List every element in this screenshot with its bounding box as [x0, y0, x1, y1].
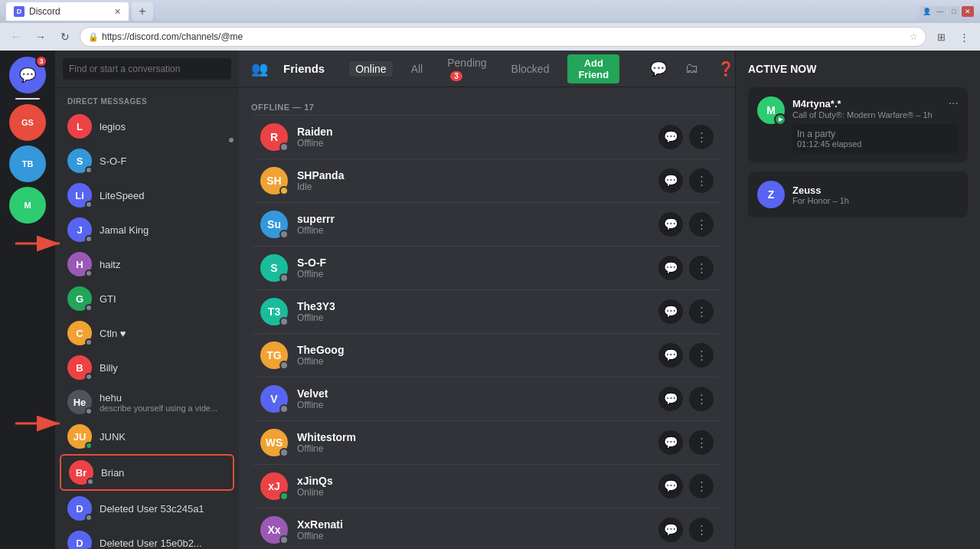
- active-party-time-m4rtyna: 01:12:45 elapsed: [797, 139, 954, 149]
- friend-name-the3y3: The3Y3: [297, 300, 658, 312]
- tab-pending[interactable]: Pending 3: [441, 55, 492, 83]
- friend-more-button-whitestorm[interactable]: ⋮: [689, 430, 714, 455]
- dm-item-info-brian: Brian: [101, 467, 225, 479]
- new-dm-icon[interactable]: 💬: [650, 60, 667, 77]
- tab-blocked[interactable]: Blocked: [505, 61, 556, 77]
- dm-avatar-legios: L: [67, 114, 92, 139]
- dm-item-deleted1[interactable]: D Deleted User 53c245a1: [60, 492, 234, 525]
- friend-message-button-whitestorm[interactable]: 💬: [658, 430, 683, 455]
- tab-close-button[interactable]: ✕: [114, 7, 121, 17]
- dm-item-deleted2[interactable]: D Deleted User 15e0b2...: [60, 526, 234, 549]
- friend-message-button-the3y3[interactable]: 💬: [658, 299, 683, 324]
- friend-item-superrr[interactable]: Su superrr Offline 💬 ⋮: [251, 202, 723, 246]
- dm-item-info-deleted2: Deleted User 15e0b2...: [100, 538, 227, 549]
- friend-message-button-xxrenati[interactable]: 💬: [658, 518, 683, 542]
- chrome-menu-icon[interactable]: ⋮: [954, 27, 974, 47]
- dm-avatar-litespeed: Li: [67, 183, 92, 208]
- browser-titlebar: D Discord ✕ + 👤 — □ ✕: [0, 0, 980, 23]
- refresh-button[interactable]: ↻: [55, 27, 75, 47]
- help-icon[interactable]: ❓: [717, 60, 734, 77]
- friend-more-button-superrr[interactable]: ⋮: [689, 212, 714, 237]
- friend-message-button-velvet[interactable]: 💬: [658, 387, 683, 411]
- ssl-lock-icon: 🔒: [88, 32, 99, 42]
- friend-avatar-wrapper-thegoog: TG: [260, 341, 288, 369]
- friend-message-button-thegoog[interactable]: 💬: [658, 343, 683, 368]
- home-server-icon[interactable]: 💬 3: [9, 57, 46, 93]
- friend-message-button-xjinqs[interactable]: 💬: [658, 474, 683, 498]
- server-icon-1[interactable]: GS: [9, 104, 46, 141]
- dm-name-billy: Billy: [100, 362, 227, 374]
- friend-message-button-superrr[interactable]: 💬: [658, 212, 683, 237]
- friend-item-shpanda[interactable]: SH SHPanda Idle 💬 ⋮: [251, 158, 723, 202]
- maximize-button[interactable]: □: [948, 6, 960, 17]
- friend-more-button-velvet[interactable]: ⋮: [689, 387, 714, 411]
- friend-item-sof[interactable]: S S-O-F Offline 💬 ⋮: [251, 246, 723, 289]
- friend-more-button-sof[interactable]: ⋮: [689, 256, 714, 280]
- dm-item-legios[interactable]: L legios: [60, 109, 234, 143]
- friend-name-whitestorm: Whitestorm: [297, 431, 658, 443]
- friend-item-the3y3[interactable]: T3 The3Y3 Offline 💬 ⋮: [251, 289, 723, 333]
- dm-item-billy[interactable]: B Billy: [60, 351, 234, 384]
- dm-item-hehu[interactable]: He hehu describe yourself using a vide..…: [60, 385, 234, 419]
- dm-item-litespeed[interactable]: Li LiteSpeed: [60, 178, 234, 212]
- dm-name-litespeed: LiteSpeed: [100, 190, 227, 201]
- friend-item-whitestorm[interactable]: WS Whitestorm Offline 💬 ⋮: [251, 420, 723, 464]
- browser-toolbar: ← → ↻ 🔒 https://discord.com/channels/@me…: [0, 23, 980, 51]
- extensions-icon[interactable]: ⊞: [931, 27, 951, 47]
- dm-item-junk[interactable]: JU JUNK: [60, 420, 234, 453]
- dm-avatar-brian: Br: [69, 460, 93, 485]
- dm-item-ctln[interactable]: C Ctln ♥: [60, 316, 234, 350]
- back-button[interactable]: ←: [6, 27, 26, 47]
- friend-info-superrr: superrr Offline: [297, 213, 658, 236]
- status-dot-jamalking: [85, 235, 93, 243]
- friend-item-thegoog[interactable]: TG TheGoog Offline 💬 ⋮: [251, 333, 723, 377]
- status-dot-ctln: [85, 338, 93, 346]
- discord-app: 💬 3 GS TB M: [0, 51, 980, 549]
- dm-item-gti[interactable]: G GTI: [60, 282, 234, 315]
- close-button[interactable]: ✕: [962, 6, 974, 17]
- friend-more-button-thegoog[interactable]: ⋮: [689, 343, 714, 368]
- friend-info-whitestorm: Whitestorm Offline: [297, 431, 658, 454]
- bookmark-star-icon[interactable]: ☆: [910, 31, 918, 42]
- tab-all[interactable]: All: [405, 61, 430, 77]
- active-party-info-m4rtyna: In a party: [797, 129, 954, 139]
- active-game-name-m4rtyna: Call of Duty®: Modern Warfare® – 1h: [792, 110, 959, 119]
- friend-avatar-wrapper-superrr: Su: [260, 211, 288, 238]
- dm-item-brian[interactable]: Br Brian: [60, 454, 234, 491]
- tab-online[interactable]: Online: [349, 61, 392, 77]
- friend-item-xjinqs[interactable]: xJ xJinQs Online 💬 ⋮: [251, 464, 723, 508]
- friend-more-button-xjinqs[interactable]: ⋮: [689, 474, 714, 498]
- friend-more-button-shpanda[interactable]: ⋮: [689, 168, 714, 193]
- friend-name-xjinqs: xJinQs: [297, 475, 658, 487]
- browser-tab[interactable]: D Discord ✕: [6, 2, 129, 21]
- status-dot-hehu: [85, 407, 93, 415]
- dm-search-input[interactable]: [63, 58, 231, 80]
- dm-item-jamalking[interactable]: J Jamal King: [60, 213, 234, 247]
- friend-item-xxrenati[interactable]: Xx XxRenati Offline 💬 ⋮: [251, 508, 723, 549]
- friend-status-dot-xxrenati: [279, 535, 289, 544]
- dm-avatar-ctln: C: [67, 321, 92, 345]
- server-icon-2[interactable]: TB: [9, 145, 46, 182]
- dm-item-haitz[interactable]: H haitz: [60, 247, 234, 281]
- dm-item-info-haitz: haitz: [100, 259, 227, 270]
- friend-actions-thegoog: 💬 ⋮: [658, 343, 714, 368]
- minimize-button[interactable]: —: [934, 6, 946, 17]
- dm-name-ctln: Ctln ♥: [100, 328, 227, 339]
- active-more-m4rtyna[interactable]: ···: [949, 96, 959, 110]
- friend-message-button-shpanda[interactable]: 💬: [658, 168, 683, 193]
- address-bar[interactable]: 🔒 https://discord.com/channels/@me ☆: [80, 27, 926, 47]
- dm-item-sof[interactable]: S S-O-F: [60, 144, 234, 178]
- inbox-icon[interactable]: 🗂: [685, 60, 699, 77]
- friend-item-raiden[interactable]: R Raiden Offline 💬 ⋮: [251, 115, 723, 158]
- friend-more-button-xxrenati[interactable]: ⋮: [689, 518, 714, 542]
- forward-button[interactable]: →: [31, 27, 51, 47]
- new-tab-button[interactable]: +: [132, 2, 153, 21]
- server-icon-3[interactable]: M: [9, 187, 46, 224]
- add-friend-button[interactable]: Add Friend: [567, 54, 619, 83]
- dm-avatar-gti: G: [67, 286, 92, 311]
- friend-item-velvet[interactable]: V Velvet Offline 💬 ⋮: [251, 377, 723, 420]
- friend-message-button-sof[interactable]: 💬: [658, 256, 683, 280]
- friend-message-button-raiden[interactable]: 💬: [658, 125, 683, 149]
- friend-more-button-raiden[interactable]: ⋮: [689, 125, 714, 149]
- friend-more-button-the3y3[interactable]: ⋮: [689, 299, 714, 324]
